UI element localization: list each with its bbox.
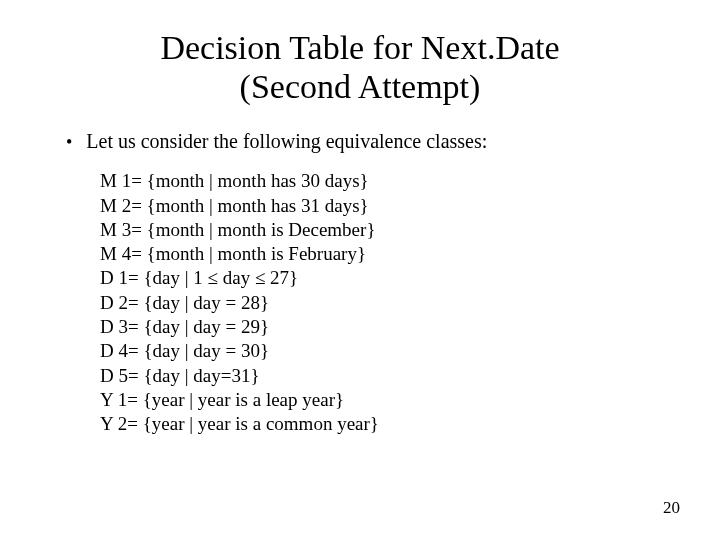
bullet-text: Let us consider the following equivalenc… (86, 130, 487, 153)
list-item: M 4= {month | month is February} (100, 242, 660, 266)
list-item: M 3= {month | month is December} (100, 218, 660, 242)
list-item: M 2= {month | month has 31 days} (100, 194, 660, 218)
list-item: D 4= {day | day = 30} (100, 339, 660, 363)
list-item: Y 2= {year | year is a common year} (100, 412, 660, 436)
list-item: M 1= {month | month has 30 days} (100, 169, 660, 193)
title-line-1: Decision Table for Next.Date (160, 29, 559, 66)
bullet-item: • Let us consider the following equivale… (66, 130, 660, 153)
list-item: D 5= {day | day=31} (100, 364, 660, 388)
slide: Decision Table for Next.Date (Second Att… (0, 0, 720, 540)
list-item: D 2= {day | day = 28} (100, 291, 660, 315)
list-item: Y 1= {year | year is a leap year} (100, 388, 660, 412)
slide-title: Decision Table for Next.Date (Second Att… (60, 28, 660, 106)
list-item: D 1= {day | 1 ≤ day ≤ 27} (100, 266, 660, 290)
equivalence-class-list: M 1= {month | month has 30 days} M 2= {m… (100, 169, 660, 436)
list-item: D 3= {day | day = 29} (100, 315, 660, 339)
title-line-2: (Second Attempt) (240, 68, 481, 105)
page-number: 20 (663, 498, 680, 518)
bullet-marker: • (66, 133, 72, 151)
